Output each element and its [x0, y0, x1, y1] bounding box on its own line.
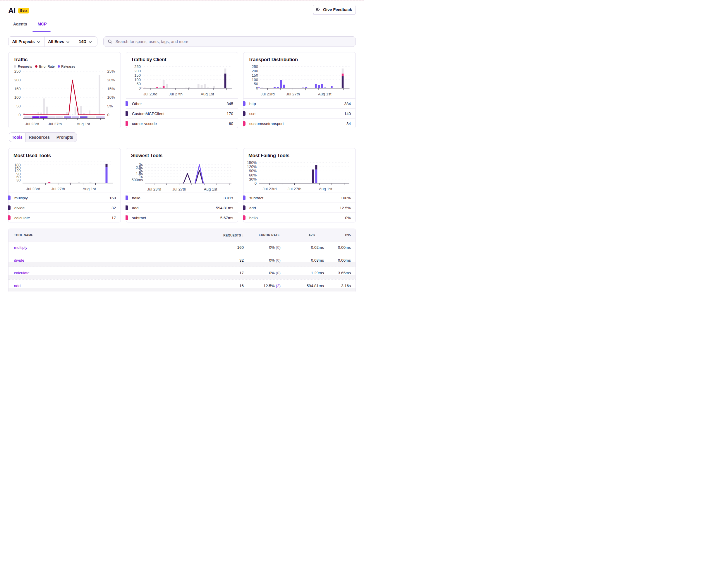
- svg-text:150: 150: [134, 73, 141, 78]
- svg-text:200: 200: [252, 69, 258, 73]
- svg-text:100: 100: [252, 78, 258, 82]
- svg-text:3s: 3s: [139, 162, 143, 167]
- svg-text:50: 50: [254, 82, 258, 86]
- svg-text:30%: 30%: [249, 177, 257, 181]
- svg-text:Jul 23rd: Jul 23rd: [26, 186, 40, 191]
- svg-text:Aug 1st: Aug 1st: [204, 187, 217, 191]
- svg-text:Jul 23rd: Jul 23rd: [147, 187, 161, 191]
- svg-text:15%: 15%: [107, 86, 115, 91]
- svg-text:0: 0: [255, 181, 257, 185]
- svg-text:0: 0: [19, 113, 21, 117]
- svg-text:Aug 1st: Aug 1st: [318, 92, 332, 96]
- svg-text:Aug 1st: Aug 1st: [77, 122, 90, 126]
- svg-text:250: 250: [134, 65, 141, 69]
- svg-text:25%: 25%: [107, 69, 115, 73]
- svg-text:0: 0: [139, 86, 141, 91]
- svg-text:100: 100: [14, 95, 21, 100]
- svg-text:120%: 120%: [247, 164, 257, 169]
- svg-text:200: 200: [14, 78, 21, 82]
- svg-text:180: 180: [14, 162, 21, 167]
- svg-text:Jul 27th: Jul 27th: [48, 122, 62, 126]
- svg-text:250: 250: [252, 65, 258, 69]
- svg-text:Jul 27th: Jul 27th: [288, 187, 302, 191]
- svg-text:Aug 1st: Aug 1st: [201, 92, 214, 96]
- svg-text:60%: 60%: [249, 173, 257, 177]
- svg-text:Jul 27th: Jul 27th: [169, 92, 183, 96]
- svg-text:250: 250: [14, 69, 21, 73]
- svg-text:Jul 27th: Jul 27th: [286, 92, 300, 96]
- svg-text:5%: 5%: [107, 104, 113, 108]
- svg-text:100: 100: [134, 78, 141, 82]
- svg-text:Jul 23rd: Jul 23rd: [262, 187, 277, 191]
- svg-text:150: 150: [14, 86, 21, 91]
- svg-text:150%: 150%: [247, 160, 257, 165]
- svg-text:0: 0: [107, 113, 109, 117]
- svg-text:Jul 23rd: Jul 23rd: [25, 122, 39, 126]
- svg-text:Aug 1st: Aug 1st: [82, 186, 96, 191]
- svg-text:Jul 27th: Jul 27th: [51, 186, 65, 191]
- svg-text:90%: 90%: [249, 169, 257, 173]
- svg-text:10%: 10%: [107, 95, 115, 100]
- svg-text:150: 150: [252, 73, 258, 78]
- svg-text:Jul 23rd: Jul 23rd: [144, 92, 157, 96]
- svg-text:20%: 20%: [107, 78, 115, 82]
- svg-text:Jul 23rd: Jul 23rd: [261, 92, 275, 96]
- svg-text:50: 50: [17, 104, 21, 108]
- svg-text:200: 200: [134, 69, 141, 73]
- svg-text:50: 50: [137, 82, 141, 86]
- svg-text:Aug 1st: Aug 1st: [319, 187, 332, 191]
- svg-text:0: 0: [256, 86, 258, 91]
- svg-text:Jul 27th: Jul 27th: [172, 187, 186, 191]
